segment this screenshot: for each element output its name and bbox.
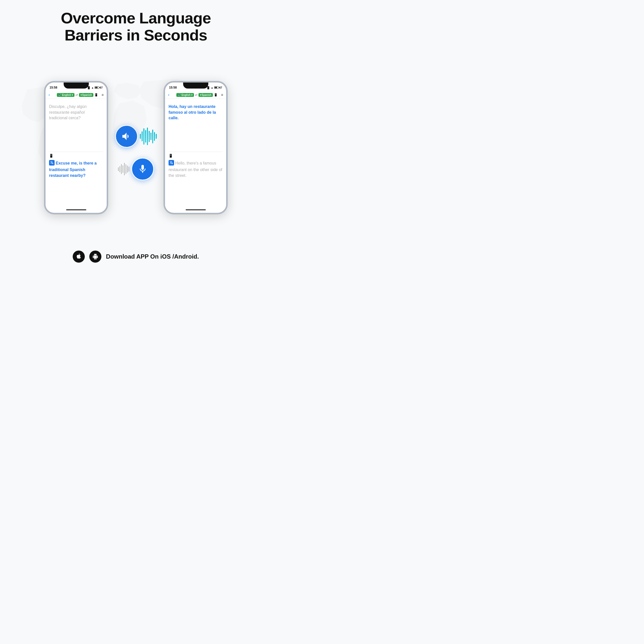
right-wifi-icon: ▲ bbox=[211, 86, 213, 89]
left-status-icons: ▐▌ ▲ 67 bbox=[87, 86, 103, 89]
left-phone-icon: 📱 bbox=[49, 154, 53, 158]
left-blue-text: Excuse me, is there a traditional Spanis… bbox=[49, 161, 97, 177]
right-battery-icon bbox=[214, 86, 219, 89]
right-status-icons: ▐▌ ▲ 67 bbox=[207, 86, 222, 89]
right-phone-screen: Hola, hay un restaurante famoso al otro … bbox=[165, 99, 226, 208]
right-phone-small-icon: 📱 bbox=[214, 93, 218, 97]
left-status-time: 15:58 bbox=[50, 86, 57, 89]
left-phone-screen: Disculpe, ¿hay algún restaurante español… bbox=[46, 99, 107, 208]
right-bottom-conv: Hello, there's a famous restaurant on th… bbox=[165, 158, 226, 208]
right-status-time: 15:58 bbox=[169, 86, 177, 89]
world-map-bg bbox=[0, 0, 272, 272]
right-lang-english[interactable]: 🔊 English ▾ bbox=[176, 93, 194, 97]
right-home-indicator bbox=[186, 209, 206, 210]
right-top-conv: Hola, hay un restaurante famoso al otro … bbox=[165, 99, 226, 152]
right-menu-icon[interactable]: ≡ bbox=[221, 93, 223, 97]
left-lang-selector: 🔊 English ▾ ⇄ ▾ Spanish 📱 bbox=[57, 93, 98, 97]
right-gray-text-bottom: Hello, there's a famous restaurant on th… bbox=[169, 161, 222, 177]
left-lang-english[interactable]: 🔊 English ▾ bbox=[57, 93, 74, 97]
left-top-conv: Disculpe, ¿hay algún restaurante español… bbox=[46, 99, 107, 152]
right-app-header: ‹ 🔊 English ▾ ⇄ ▾ Spanish 📱 ≡ bbox=[165, 92, 226, 99]
page-content: Overcome Language Barriers in Seconds 15… bbox=[0, 0, 272, 272]
left-lang-spanish[interactable]: ▾ Spanish bbox=[79, 93, 94, 97]
swap-icon[interactable]: ⇄ bbox=[75, 93, 78, 97]
left-menu-icon[interactable]: ≡ bbox=[102, 93, 104, 97]
battery-icon bbox=[95, 86, 99, 89]
left-bottom-conv: Excuse me, is there a traditional Spanis… bbox=[46, 158, 107, 208]
right-translate-icon bbox=[169, 160, 174, 166]
right-blue-text-top: Hola, hay un restaurante famoso al otro … bbox=[169, 104, 223, 121]
left-phone-notch bbox=[64, 83, 89, 89]
left-translate-icon bbox=[49, 160, 55, 166]
right-back-button[interactable]: ‹ bbox=[168, 93, 173, 97]
left-phone-frame: 15:58 ▐▌ ▲ 67 ‹ 🔊 Englis bbox=[44, 81, 108, 214]
right-swap-icon[interactable]: ⇄ bbox=[195, 93, 197, 97]
battery-pct: 67 bbox=[100, 86, 103, 89]
left-app-header: ‹ 🔊 English ▾ ⇄ ▾ Spanish 📱 ≡ bbox=[46, 92, 107, 99]
left-phone-icon-row: 📱 bbox=[46, 152, 107, 158]
right-phone-icon: 📱 bbox=[169, 154, 173, 158]
left-home-indicator bbox=[66, 209, 86, 210]
right-phone-notch bbox=[183, 83, 208, 89]
right-lang-spanish[interactable]: ▾ Spanish bbox=[198, 93, 213, 97]
left-phone-wrapper: 15:58 ▐▌ ▲ 67 ‹ 🔊 Englis bbox=[44, 81, 108, 214]
right-battery-pct: 67 bbox=[219, 86, 222, 89]
right-phone-wrapper: 15:58 ▐▌ ▲ 67 ‹ 🔊 Englis bbox=[164, 81, 228, 214]
wifi-icon: ▲ bbox=[91, 86, 94, 89]
left-gray-text: Disculpe, ¿hay algún restaurante español… bbox=[49, 104, 103, 121]
phone-small-icon: 📱 bbox=[94, 93, 98, 97]
left-back-button[interactable]: ‹ bbox=[49, 93, 54, 97]
right-phone-frame: 15:58 ▐▌ ▲ 67 ‹ 🔊 Englis bbox=[164, 81, 228, 214]
right-phone-icon-row: 📱 bbox=[165, 152, 226, 158]
right-lang-selector: 🔊 English ▾ ⇄ ▾ Spanish 📱 bbox=[176, 93, 218, 97]
